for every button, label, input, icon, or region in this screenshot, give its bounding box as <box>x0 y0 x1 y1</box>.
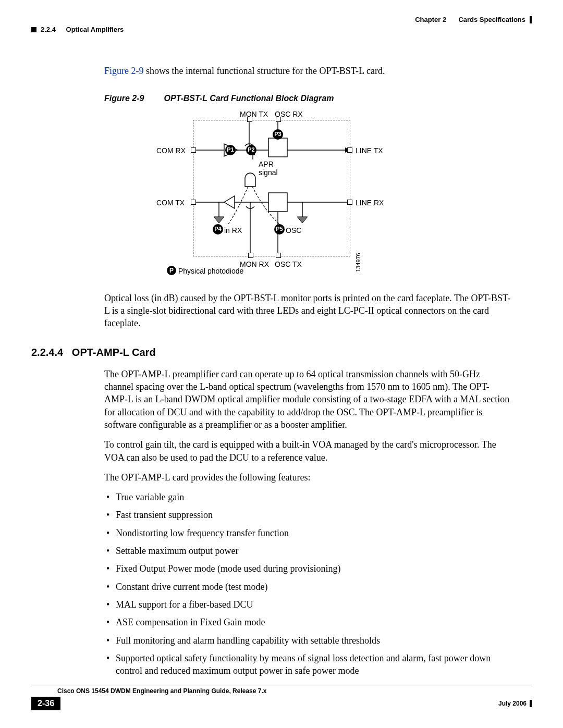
figure-number: Figure 2-9 <box>104 93 162 104</box>
section-heading-title: OPT-AMP-L Card <box>72 347 156 358</box>
svg-rect-13 <box>268 193 287 212</box>
footer-doc-title: Cisco ONS 15454 DWDM Engineering and Pla… <box>31 685 532 695</box>
svg-marker-11 <box>224 196 235 208</box>
label-osc-rx: OSC RX <box>275 109 303 119</box>
paragraph-3: The OPT-AMP-L card provides the followin… <box>104 471 511 484</box>
p5-dot: P5 <box>274 224 285 235</box>
p1-dot: P1 <box>225 145 236 155</box>
list-item: Supported optical safety functionality b… <box>116 652 511 677</box>
label-osc-tx: OSC TX <box>275 260 302 269</box>
section-heading: 2.2.4.4 OPT-AMP-L Card <box>31 346 511 360</box>
list-item: ASE compensation in Fixed Gain mode <box>116 616 511 628</box>
page-subheader: 2.2.4 Optical Amplifiers <box>31 26 532 33</box>
footer-marker-icon <box>530 700 532 707</box>
list-item: True variable gain <box>116 491 511 503</box>
footer-date: July 2006 <box>498 700 527 707</box>
label-in-rx: in RX <box>224 226 242 236</box>
page: Chapter 2 Cards Specifications 2.2.4 Opt… <box>0 0 563 728</box>
label-mon-tx: MON TX <box>240 109 268 119</box>
block-diagram: P1 P2 P3 P4 P5 MON TX OSC RX COM RX LINE… <box>146 109 417 281</box>
diagram-id-number: 134976 <box>354 253 362 272</box>
p3-dot: P3 <box>273 129 283 140</box>
port-osc-tx <box>276 253 281 258</box>
figure-reference-link[interactable]: Figure 2-9 <box>104 66 144 76</box>
list-item: Full monitoring and alarm handling capab… <box>116 634 511 647</box>
paragraph-1: The OPT-AMP-L preamplifier card can oper… <box>104 368 511 431</box>
list-item: Nondistorting low frequency transfer fun… <box>116 527 511 539</box>
port-line-tx <box>347 147 352 153</box>
paragraph-2: To control gain tilt, the card is equipp… <box>104 438 511 464</box>
page-footer: Cisco ONS 15454 DWDM Engineering and Pla… <box>31 685 532 710</box>
section-num: 2.2.4 <box>41 26 56 33</box>
chapter-title: Cards Specifications <box>458 16 525 23</box>
figure-caption: Figure 2-9 OPT-BST-L Card Functional Blo… <box>104 93 511 104</box>
list-item: Settable maximum output power <box>116 545 511 557</box>
feature-list: True variable gain Fast transient suppre… <box>104 491 511 677</box>
content-area: Figure 2-9 shows the internal functional… <box>104 65 511 677</box>
header-right: Chapter 2 Cards Specifications <box>415 16 532 23</box>
svg-rect-3 <box>268 138 287 157</box>
port-line-rx <box>347 200 352 205</box>
list-item: Fast transient suppression <box>116 509 511 521</box>
label-mon-rx: MON RX <box>240 260 269 269</box>
page-header: Chapter 2 Cards Specifications <box>31 16 532 23</box>
label-com-tx: COM TX <box>156 198 185 208</box>
subheader-marker-icon <box>31 27 36 32</box>
intro-paragraph: Figure 2-9 shows the internal functional… <box>104 65 511 77</box>
port-com-tx <box>191 200 196 205</box>
figure-title: OPT-BST-L Card Functional Block Diagram <box>164 94 334 103</box>
intro-text: shows the internal functional structure … <box>144 66 385 76</box>
section-heading-number: 2.2.4.4 <box>31 347 63 358</box>
label-com-rx: COM RX <box>156 146 186 156</box>
label-line-tx: LINE TX <box>356 146 383 156</box>
list-item: Fixed Output Power mode (mode used durin… <box>116 562 511 575</box>
list-item: MAL support for a fiber-based DCU <box>116 598 511 611</box>
label-osc: OSC <box>286 226 301 236</box>
section-title: Optical Amplifiers <box>66 26 124 33</box>
p2-dot: P2 <box>246 145 256 155</box>
legend-text: Physical photodiode <box>178 266 243 276</box>
port-com-rx <box>191 147 196 153</box>
label-signal: signal <box>259 168 278 178</box>
svg-marker-18 <box>297 217 308 223</box>
list-item: Constant drive current mode (test mode) <box>116 581 511 593</box>
header-marker-icon <box>530 16 532 23</box>
p4-dot: P4 <box>213 224 223 235</box>
port-mon-rx <box>248 253 253 258</box>
chapter-label: Chapter 2 <box>415 16 446 23</box>
legend-p-icon: P <box>167 266 176 275</box>
svg-marker-16 <box>214 217 224 223</box>
label-line-rx: LINE RX <box>356 198 384 208</box>
post-figure-paragraph: Optical loss (in dB) caused by the OPT-B… <box>104 292 511 330</box>
page-number-badge: 2-36 <box>31 697 60 710</box>
